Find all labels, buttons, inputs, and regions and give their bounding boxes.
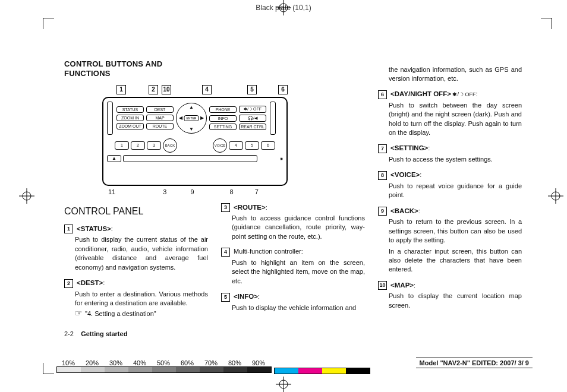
calibration-bar: 10% 20% 30% 40% 50% 60% 70% 80% 90% (56, 358, 370, 374)
label-route: <ROUTE> (234, 204, 266, 211)
pct-20: 20% (80, 359, 104, 366)
pct-70: 70% (199, 359, 223, 366)
desc-7: Push to access the system settings. (389, 155, 522, 164)
knob-left (107, 102, 113, 135)
grayscale-bar (56, 366, 272, 373)
item-4: 4 Multi-function controller: Push to hig… (221, 247, 365, 286)
item-1: 1 <STATUS>: Push to display the current … (64, 224, 208, 272)
footer-pagenum: 2-2 (64, 330, 74, 337)
slot-row: ▲ ◉ (107, 155, 283, 162)
label-dest: <DEST> (77, 279, 103, 286)
title-line2: FUNCTIONS (64, 69, 111, 78)
callout-1: 1 (116, 85, 126, 94)
extra-6: ✱/☽ OFF (451, 91, 476, 97)
desc-9b: In a character input screen, this button… (389, 247, 522, 274)
callout-3: 3 (163, 188, 166, 195)
pct-80: 80% (223, 359, 247, 366)
numbox-8: 8 (378, 171, 387, 180)
ref-text: "4. Setting a destination" (85, 309, 156, 318)
numbox-3: 3 (221, 203, 230, 212)
columns: CONTROL PANEL 1 <STATUS>: Push to displa… (64, 200, 522, 326)
btn-zoomin: ZOOM IN (116, 115, 144, 121)
dpad: ENTER ▲ ▼ ◀ ▶ (176, 103, 207, 134)
numbox-4: 4 (221, 248, 230, 257)
disc-slot (123, 155, 257, 162)
preset-4: 4 (229, 141, 243, 150)
pct-50: 50% (152, 359, 175, 366)
btn-eject: ▲ (107, 155, 121, 162)
btn-info: INFO (209, 115, 237, 122)
callout-7: 7 (255, 188, 259, 195)
btn-phone: PHONE (209, 106, 237, 113)
percent-labels: 10% 20% 30% 40% 50% 60% 70% 80% 90% (56, 359, 272, 366)
callout-8: 8 (230, 188, 234, 195)
control-panel-heading: CONTROL PANEL (64, 205, 208, 218)
btn-route: ROUTE (146, 123, 174, 129)
pct-10: 10% (56, 359, 80, 366)
label-daynight: <DAY/NIGHT OFF> (390, 90, 451, 97)
callout-5: 5 (247, 85, 257, 94)
callout-9: 9 (190, 188, 194, 195)
registration-mark-right (548, 188, 563, 204)
btn-back: BACK (163, 138, 177, 153)
desc-3: Push to access guidance control function… (232, 214, 365, 241)
footer-section: 2-2 Getting started (64, 330, 127, 337)
label-setting: <SETTING> (390, 144, 428, 151)
btn-zoomout: ZOOM OUT (116, 123, 144, 129)
colon: : (418, 207, 420, 214)
numbox-6: 6 (378, 90, 387, 99)
col-1: CONTROL PANEL 1 <STATUS>: Push to displa… (64, 200, 208, 326)
colon: : (428, 144, 430, 151)
label-mfc: Multi-function controller: (234, 248, 303, 255)
col-3: the navigation information, such as GPS … (378, 64, 522, 326)
callout-2: 2 (149, 85, 158, 94)
title-line1: CONTROL BUTTONS AND (64, 59, 162, 68)
desc-8: Push to repeat voice guidance for a guid… (389, 182, 522, 200)
label-map: <MAP> (390, 282, 414, 289)
preset-1: 1 (115, 141, 129, 150)
label-back: <BACK> (390, 207, 418, 214)
arrow-left-icon: ◀ (179, 115, 182, 121)
disc-logo: ◉ (259, 156, 283, 160)
footer-chapter: Getting started (81, 330, 127, 337)
item-10: 10 <MAP>: Push to display the current lo… (378, 280, 522, 310)
desc-9: Push to return to the previous screen. I… (389, 217, 522, 245)
desc-10: Push to display the current location map… (389, 292, 522, 310)
numbox-2: 2 (64, 279, 73, 288)
arrow-down-icon: ▼ (189, 127, 194, 132)
crop-mark-tl (43, 18, 54, 29)
label-status: <STATUS> (77, 225, 111, 232)
preset-3: 3 (147, 141, 161, 150)
colon: : (414, 282, 415, 289)
colon: : (266, 204, 267, 211)
preset-5: 5 (245, 141, 259, 150)
btn-map: MAP (146, 115, 174, 121)
desc-5: Push to display the vehicle information … (232, 304, 365, 312)
arrow-right-icon: ▶ (200, 115, 204, 121)
model-footer: Model "NAV2-N" EDITED: 2007/ 3/ 9 (416, 358, 533, 368)
btn-dest: DEST (146, 106, 174, 113)
knob-right (270, 102, 276, 135)
btn-setting: SETTING (209, 124, 237, 130)
label-voice: <VOICE> (390, 171, 420, 178)
item-3: 3 <ROUTE>: Push to access guidance contr… (221, 203, 365, 242)
numbox-9: 9 (378, 207, 387, 216)
item-6: 6 <DAY/NIGHT OFF> ✱/☽ OFF: Push to switc… (378, 89, 522, 137)
desc-5b: the navigation information, such as GPS … (389, 65, 522, 84)
numbox-10: 10 (378, 281, 387, 290)
colon: : (111, 225, 113, 232)
desc-1: Push to display the current status of th… (75, 235, 208, 272)
color-bar (274, 368, 370, 374)
item-7: 7 <SETTING>: Push to access the system s… (378, 143, 522, 164)
btn-rear: REAR CTRL (239, 124, 266, 130)
callout-6: 6 (278, 85, 288, 94)
item-8: 8 <VOICE>: Push to repeat voice guidance… (378, 170, 522, 200)
pct-40: 40% (128, 359, 152, 366)
hand-icon: ☞ (75, 308, 83, 320)
registration-mark-left (19, 188, 34, 204)
item-9: 9 <BACK>: Push to return to the previous… (378, 206, 522, 274)
colon: : (475, 90, 477, 97)
colon: : (258, 293, 260, 300)
crop-mark-tr (541, 18, 552, 29)
pct-60: 60% (175, 359, 199, 366)
